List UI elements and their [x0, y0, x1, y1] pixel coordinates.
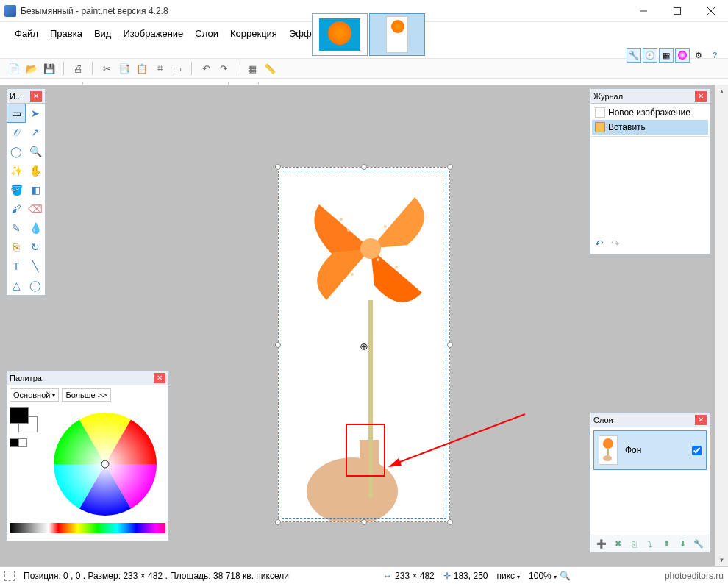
lasso-tool[interactable]: 𝒪 [7, 123, 26, 142]
save-icon[interactable]: 💾 [43, 62, 56, 75]
deselect-icon[interactable]: ▭ [171, 62, 184, 75]
color-wheel[interactable] [52, 411, 158, 517]
brush-tool[interactable]: 🖌 [7, 199, 26, 218]
svg-point-12 [395, 266, 398, 268]
move-selection-tool[interactable]: ↗ [26, 123, 45, 142]
main-toolbar: 📄 📂 💾 🖨 ✂ 📑 📋 ⌗ ▭ ↶ ↷ ▦ 📏 [0, 58, 728, 79]
new-icon[interactable]: 📄 [7, 62, 21, 75]
vertical-scrollbar[interactable]: ▲ ▼ [715, 85, 728, 566]
history-item-label: Новое изображение [608, 107, 690, 118]
resize-handle[interactable] [275, 342, 281, 348]
doc-thumb-2[interactable] [369, 13, 425, 56]
resize-handle[interactable] [361, 519, 367, 525]
colors-panel-toggle[interactable] [675, 48, 690, 63]
resize-handle[interactable] [275, 519, 281, 525]
layer-row[interactable]: Фон [593, 430, 707, 470]
line-tool[interactable]: ╲ [26, 257, 45, 276]
tools-panel-toggle[interactable]: 🔧 [627, 48, 641, 63]
redo-icon[interactable]: ↷ [217, 62, 230, 75]
history-redo-icon[interactable]: ↷ [611, 238, 620, 249]
clone-tool[interactable]: ⎘ [7, 238, 26, 257]
cut-icon[interactable]: ✂ [100, 62, 113, 75]
scroll-down-icon[interactable]: ▼ [715, 553, 728, 566]
pencil-tool[interactable]: ✎ [7, 218, 26, 238]
history-item[interactable]: Новое изображение [592, 105, 708, 120]
move-center-icon[interactable]: ⊕ [360, 341, 368, 349]
close-button[interactable] [694, 0, 728, 22]
menu-edit[interactable]: Правка [44, 25, 88, 42]
swap-bw-swatches[interactable] [10, 438, 27, 447]
move-tool[interactable]: ➤ [26, 104, 45, 123]
svg-point-8 [360, 238, 381, 259]
pan-tool[interactable]: ✋ [26, 161, 45, 180]
layers-close[interactable]: ✕ [695, 415, 707, 425]
color-mode-select[interactable]: Основной▾ [10, 388, 59, 402]
history-close[interactable]: ✕ [695, 91, 707, 102]
palette-close[interactable]: ✕ [154, 373, 165, 383]
resize-handle[interactable] [447, 164, 453, 170]
fill-tool[interactable]: 🪣 [7, 180, 26, 199]
tools-panel-title: И... [10, 92, 22, 101]
recolor-tool[interactable]: ↻ [26, 238, 45, 257]
resize-handle[interactable] [275, 164, 281, 170]
menu-layers[interactable]: Слои [189, 25, 224, 42]
print-icon[interactable]: 🖨 [71, 62, 85, 75]
help-icon[interactable]: ? [707, 48, 722, 63]
primary-color-swatch[interactable] [10, 407, 29, 424]
move-down-icon[interactable]: ⬇ [676, 538, 689, 551]
shapes-tool[interactable]: ◯ [26, 276, 45, 295]
svg-point-9 [347, 229, 350, 232]
cursor-pos-icon: ✛ [443, 571, 451, 581]
zoom-tool[interactable]: 🔍 [26, 142, 45, 161]
eyedropper-tool[interactable]: 💧 [26, 218, 45, 238]
zoom-tool-icon[interactable]: 🔍 [560, 571, 571, 581]
eraser-tool[interactable]: ⌫ [26, 199, 45, 218]
ellipse-select-tool[interactable]: ◯ [7, 142, 26, 161]
grid-icon[interactable]: ▦ [246, 62, 259, 75]
doc-thumb-1[interactable] [312, 13, 368, 56]
rect-select-tool[interactable]: ▭ [7, 104, 26, 123]
history-undo-icon[interactable]: ↶ [595, 238, 604, 249]
zoom-value[interactable]: 100%▾ [529, 571, 557, 581]
layers-panel-toggle[interactable]: ▦ [659, 48, 674, 63]
units-select[interactable]: пикс▾ [496, 571, 520, 581]
resize-handle[interactable] [447, 519, 453, 525]
new-image-icon [595, 107, 605, 118]
history-item[interactable]: Вставить [592, 120, 708, 135]
move-up-icon[interactable]: ⬆ [660, 538, 673, 551]
scroll-up-icon[interactable]: ▲ [715, 85, 728, 98]
gradient-tool[interactable]: ◧ [26, 180, 45, 199]
shape-tool[interactable]: △ [7, 276, 26, 295]
svg-point-14 [377, 258, 379, 261]
duplicate-layer-icon[interactable]: ⎘ [627, 538, 640, 551]
menu-image[interactable]: Изображение [117, 25, 189, 42]
ruler-icon[interactable]: 📏 [263, 62, 276, 75]
layer-visibility-checkbox[interactable] [692, 446, 702, 455]
text-tool[interactable]: T [7, 257, 26, 276]
crop-icon[interactable]: ⌗ [153, 62, 166, 75]
undo-icon[interactable]: ↶ [199, 62, 213, 75]
minimize-button[interactable] [627, 0, 660, 22]
paste-icon[interactable]: 📋 [135, 62, 149, 75]
delete-layer-icon[interactable]: ✖ [611, 538, 624, 551]
menu-adjustments[interactable]: Коррекция [224, 25, 283, 42]
resize-handle[interactable] [447, 342, 453, 348]
copy-icon[interactable]: 📑 [118, 62, 131, 75]
document-thumbnails [312, 0, 425, 56]
menu-file[interactable]: Файл [9, 25, 44, 42]
menu-view[interactable]: Вид [88, 25, 118, 42]
settings-icon[interactable]: ⚙ [691, 48, 706, 63]
add-layer-icon[interactable]: ➕ [595, 538, 608, 551]
open-icon[interactable]: 📂 [25, 62, 38, 75]
resize-handle[interactable] [361, 164, 367, 170]
layer-properties-icon[interactable]: 🔧 [692, 538, 705, 551]
maximize-button[interactable] [660, 0, 694, 22]
magic-wand-tool[interactable]: ✨ [7, 161, 26, 180]
merge-down-icon[interactable]: ⤵ [643, 538, 657, 551]
tools-panel-close[interactable]: ✕ [30, 91, 42, 102]
history-panel-toggle[interactable]: 🕘 [643, 48, 657, 63]
palette-more-button[interactable]: Больше >> [62, 388, 110, 402]
layer-thumb [599, 435, 618, 465]
palette-strip[interactable] [10, 523, 165, 533]
app-icon [4, 5, 16, 17]
